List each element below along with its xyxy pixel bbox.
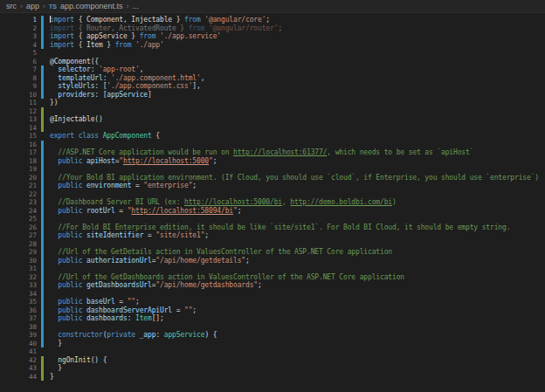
- code-line[interactable]: 22: [0, 190, 545, 199]
- code-content: //For Bold BI Enterprise edition, it sho…: [44, 224, 510, 232]
- code-line[interactable]: 12: [0, 107, 545, 116]
- typescript-icon: TS: [49, 3, 57, 10]
- code-content: @Component({: [44, 58, 99, 66]
- code-line[interactable]: 25: [0, 215, 545, 224]
- code-content: public environment = "enterprise";: [44, 182, 197, 190]
- code-line[interactable]: 7 selector: 'app-root',: [0, 65, 545, 74]
- line-number: 1: [0, 16, 37, 24]
- line-number: 19: [0, 165, 37, 174]
- breadcrumb-item-app[interactable]: app: [26, 2, 39, 10]
- code-content: [44, 124, 50, 133]
- code-line[interactable]: 32 //Url of the GetDashboards action in …: [0, 273, 545, 282]
- code-line[interactable]: 9 styleUrls: ['./app.component.css'],: [0, 82, 545, 91]
- code-line[interactable]: 28: [0, 240, 545, 249]
- line-number: 13: [0, 115, 37, 124]
- line-number: 42: [0, 356, 37, 365]
- line-number: 6: [0, 58, 37, 66]
- code-line[interactable]: 11}): [0, 99, 545, 107]
- breadcrumb-label: app.component.ts: [60, 2, 123, 10]
- code-content: providers: [appService]: [44, 91, 152, 100]
- code-line[interactable]: 39 constructor(private _app: appService)…: [0, 331, 545, 340]
- code-content: export class AppComponent {: [44, 132, 160, 141]
- code-content: [44, 49, 50, 58]
- code-content: public baseUrl = "";: [44, 298, 140, 306]
- line-number: 38: [0, 323, 37, 332]
- code-content: [44, 240, 50, 249]
- code-content: //Your Bold BI application environment. …: [44, 174, 539, 182]
- code-line[interactable]: 4import { Item } from './app': [0, 41, 545, 50]
- code-line[interactable]: 17 //ASP.NET Core application would be r…: [0, 148, 545, 157]
- code-line[interactable]: 37 public dashboards: Item[];: [0, 314, 545, 323]
- code-line[interactable]: 3import { appService } from './app.servi…: [0, 32, 545, 41]
- line-number: 40: [0, 340, 37, 348]
- code-line[interactable]: 29 //Url of the GetDetails action in Val…: [0, 248, 545, 257]
- code-line[interactable]: 19: [0, 165, 545, 174]
- code-content: public authorizationUrl="/api/home/getde…: [44, 257, 250, 265]
- code-line[interactable]: 34: [0, 290, 545, 299]
- code-line[interactable]: 20 //Your Bold BI application environmen…: [0, 174, 545, 182]
- code-line[interactable]: 18 public apiHost="http://localhost:5000…: [0, 157, 545, 166]
- code-line[interactable]: 26 //For Bold BI Enterprise edition, it …: [0, 224, 545, 232]
- code-line[interactable]: 14: [0, 124, 545, 133]
- code-line[interactable]: 10 providers: [appService]: [0, 91, 545, 100]
- code-line[interactable]: 8 templateUrl: './app.component.html',: [0, 74, 545, 83]
- code-line[interactable]: 44}: [0, 373, 545, 382]
- line-number: 30: [0, 257, 37, 265]
- code-line[interactable]: 5: [0, 49, 545, 58]
- line-number: 3: [0, 32, 37, 41]
- code-content: [44, 165, 50, 174]
- code-line[interactable]: 1import { Component, Injectable } from '…: [0, 16, 545, 24]
- breadcrumb-item-src[interactable]: src: [6, 2, 17, 10]
- breadcrumb: src›app›TSapp.component.ts›...: [0, 0, 545, 13]
- code-line[interactable]: 2import { Router, ActivatedRoute } from …: [0, 24, 545, 33]
- code-content: import { Component, Injectable } from '@…: [44, 16, 270, 24]
- code-line[interactable]: 38: [0, 323, 545, 332]
- code-line[interactable]: 24 public rootUrl = "http://localhost:58…: [0, 207, 545, 216]
- code-line[interactable]: 13@Injectable(): [0, 115, 545, 124]
- code-line[interactable]: 6@Component({: [0, 58, 545, 66]
- code-content: public rootUrl = "http://localhost:58094…: [44, 207, 241, 216]
- line-number: 10: [0, 91, 37, 100]
- code-line[interactable]: 35 public baseUrl = "";: [0, 298, 545, 306]
- line-number: 14: [0, 124, 37, 133]
- line-number: 24: [0, 207, 37, 216]
- line-number: 9: [0, 82, 37, 91]
- code-content: public siteIdentifier = "site/site1";: [44, 231, 209, 240]
- code-line[interactable]: 40 }: [0, 340, 545, 348]
- code-line[interactable]: 15export class AppComponent {: [0, 132, 545, 141]
- line-number: 25: [0, 215, 37, 224]
- code-line[interactable]: 31: [0, 265, 545, 273]
- chevron-right-icon: ›: [43, 2, 45, 10]
- code-content: [44, 347, 50, 356]
- code-content: public getDashboardsUrl="/api/home/getda…: [44, 281, 262, 290]
- code-content: @Injectable(): [44, 115, 103, 124]
- code-line[interactable]: 30 public authorizationUrl="/api/home/ge…: [0, 257, 545, 265]
- code-content: constructor(private _app: appService) {: [44, 331, 217, 340]
- breadcrumb-item-app-component-ts[interactable]: TSapp.component.ts: [49, 2, 123, 10]
- code-lines: 1import { Component, Injectable } from '…: [0, 16, 545, 381]
- code-content: }: [44, 373, 54, 382]
- code-line[interactable]: 27 public siteIdentifier = "site/site1";: [0, 231, 545, 240]
- code-line[interactable]: 36 public dashboardServerApiUrl = "";: [0, 306, 545, 315]
- code-content: selector: 'app-root',: [44, 65, 143, 74]
- code-content: public dashboardServerApiUrl = "";: [44, 306, 197, 315]
- code-line[interactable]: 42 ngOnInit() {: [0, 356, 545, 365]
- editor-pane[interactable]: 1import { Component, Injectable } from '…: [0, 13, 545, 381]
- line-number: 12: [0, 107, 37, 116]
- code-line[interactable]: 21 public environment = "enterprise";: [0, 182, 545, 190]
- code-line[interactable]: 41: [0, 347, 545, 356]
- code-line[interactable]: 33 public getDashboardsUrl="/api/home/ge…: [0, 281, 545, 290]
- line-number: 29: [0, 248, 37, 257]
- code-content: //Url of the GetDashboards action in Val…: [44, 273, 404, 282]
- code-content: [44, 107, 50, 116]
- breadcrumb-item--[interactable]: ...: [133, 2, 140, 10]
- code-line[interactable]: 16: [0, 141, 545, 149]
- line-number: 35: [0, 298, 37, 306]
- line-number: 36: [0, 306, 37, 315]
- code-content: import { appService } from './app.servic…: [44, 32, 221, 41]
- code-line[interactable]: 23 //Dashboard Server BI URL (ex: http:/…: [0, 198, 545, 207]
- code-line[interactable]: 43 }: [0, 364, 545, 373]
- line-number: 23: [0, 198, 37, 207]
- chevron-right-icon: ›: [20, 2, 23, 10]
- line-number: 22: [0, 190, 37, 199]
